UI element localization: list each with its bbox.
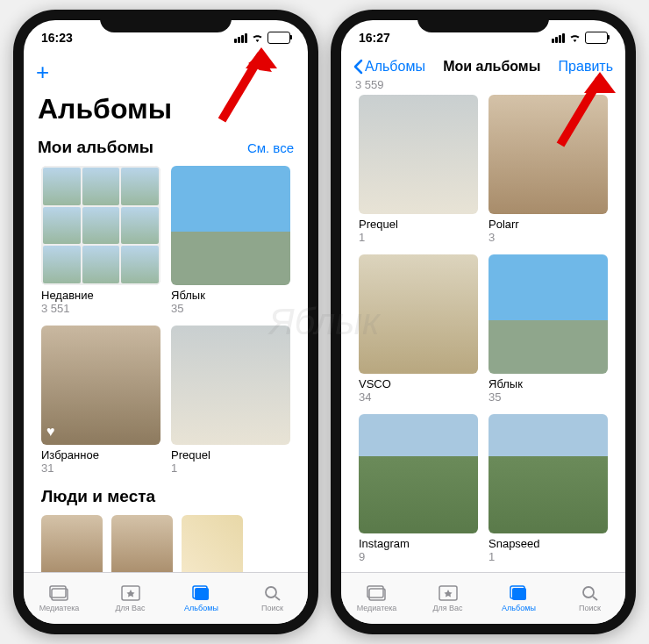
- album-name: Избранное: [41, 448, 160, 462]
- album-count: 3 551: [41, 302, 160, 315]
- search-icon: [580, 584, 601, 602]
- album-thumb: [489, 414, 608, 533]
- album-thumb: [359, 95, 478, 214]
- back-button[interactable]: Альбомы: [353, 59, 425, 75]
- time: 16:23: [41, 31, 73, 45]
- tab-foryou[interactable]: Для Вас: [95, 573, 166, 624]
- svg-marker-15: [584, 72, 616, 93]
- tab-foryou[interactable]: Для Вас: [412, 573, 483, 624]
- chevron-left-icon: [353, 59, 363, 75]
- albums-grid: Prequel1 Polarr3 VSCO34 Яблык35 Instagra…: [345, 91, 622, 570]
- album-item[interactable]: ♥ Избранное 31: [36, 322, 166, 482]
- tab-bar: Медиатека Для Вас Альбомы Поиск: [24, 572, 308, 624]
- album-name: Яблык: [171, 289, 290, 302]
- album-thumb: [489, 254, 608, 374]
- time: 16:27: [359, 31, 390, 45]
- album-count: 1: [171, 462, 290, 475]
- album-item[interactable]: Prequel 1: [166, 322, 296, 482]
- tab-bar: Медиатека Для Вас Альбомы Поиск: [341, 572, 625, 624]
- section-people-places: Люди и места: [41, 487, 155, 506]
- see-all-button[interactable]: См. все: [247, 140, 294, 155]
- foryou-icon: [438, 584, 459, 602]
- annotation-arrow-left: [209, 37, 279, 125]
- album-item[interactable]: Instagram9: [353, 411, 483, 570]
- svg-marker-14: [246, 47, 277, 68]
- tab-library[interactable]: Медиатека: [341, 573, 412, 624]
- albums-icon: [509, 584, 530, 602]
- library-icon: [49, 584, 70, 602]
- album-thumb: [171, 166, 290, 285]
- search-icon: [262, 584, 283, 602]
- album-thumb: [359, 254, 478, 374]
- notch: [100, 10, 232, 32]
- tab-library[interactable]: Медиатека: [24, 573, 95, 624]
- svg-point-5: [266, 587, 276, 597]
- album-count: 35: [171, 302, 290, 315]
- people-item[interactable]: [111, 515, 173, 572]
- album-item[interactable]: Яблык 35: [166, 162, 296, 322]
- tab-search[interactable]: Поиск: [237, 573, 308, 624]
- svg-point-12: [583, 587, 594, 597]
- album-thumb: [41, 166, 160, 285]
- album-item[interactable]: Недавние 3 551: [36, 162, 166, 322]
- album-name: Prequel: [171, 448, 290, 462]
- album-count: 31: [41, 462, 160, 475]
- album-item[interactable]: VSCO34: [353, 251, 483, 411]
- notch: [417, 10, 549, 32]
- library-icon: [367, 584, 388, 602]
- section-my-albums: Мои альбомы: [38, 138, 153, 157]
- album-item[interactable]: Prequel1: [353, 91, 483, 251]
- album-thumb: ♥: [41, 326, 160, 445]
- svg-line-13: [593, 597, 597, 600]
- add-button[interactable]: +: [36, 59, 49, 86]
- album-item[interactable]: Snapseed1: [483, 411, 613, 570]
- tab-albums[interactable]: Альбомы: [166, 573, 237, 624]
- svg-line-6: [275, 597, 280, 600]
- albums-grid: Недавние 3 551 Яблык 35 ♥ Избранное 31 P…: [27, 162, 304, 482]
- album-name: Недавние: [41, 289, 160, 302]
- foryou-icon: [120, 584, 141, 602]
- tab-search[interactable]: Поиск: [554, 573, 625, 624]
- albums-icon: [191, 584, 212, 602]
- signal-icon: [552, 33, 565, 43]
- heart-icon: ♥: [46, 424, 55, 440]
- battery-icon: [585, 32, 608, 44]
- nav-title: Мои альбомы: [443, 59, 540, 75]
- album-thumb: [359, 414, 478, 533]
- album-item[interactable]: Яблык35: [483, 251, 613, 411]
- tab-albums[interactable]: Альбомы: [483, 573, 554, 624]
- annotation-arrow-right: [547, 61, 617, 149]
- places-item[interactable]: [182, 515, 243, 572]
- people-item[interactable]: [41, 515, 103, 572]
- album-thumb: [171, 326, 290, 445]
- wifi-icon: [568, 33, 581, 43]
